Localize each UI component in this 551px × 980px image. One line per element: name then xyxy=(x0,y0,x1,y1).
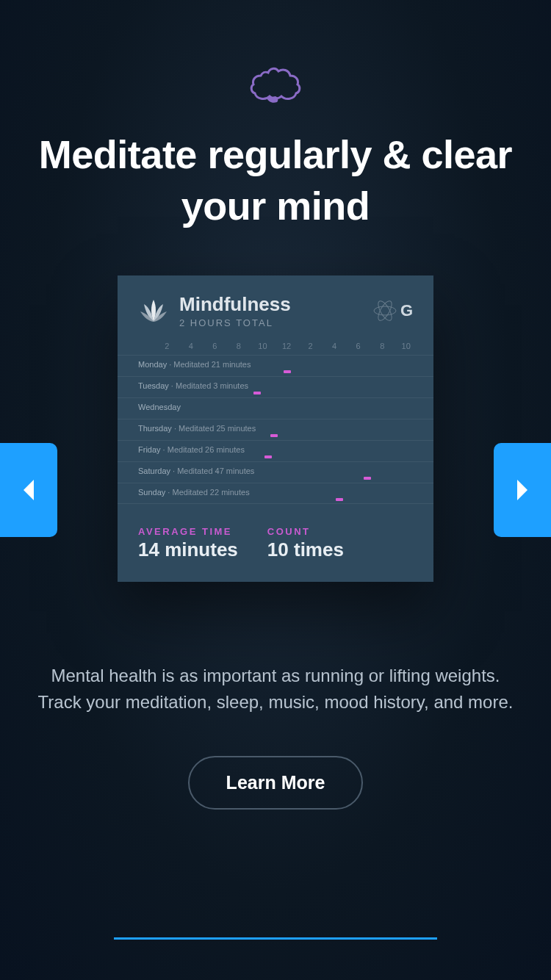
progress-bar xyxy=(114,937,437,940)
time-tick: 8 xyxy=(232,342,246,350)
card-title: Mindfulness xyxy=(179,293,291,316)
row-mark xyxy=(253,392,261,394)
row-label: Monday · Meditated 21 minutes xyxy=(138,360,413,369)
brain-icon xyxy=(246,62,305,107)
stat-count: COUNT 10 times xyxy=(267,526,344,561)
svg-point-0 xyxy=(374,306,396,315)
stat-avg-label: AVERAGE TIME xyxy=(138,526,238,537)
learn-more-button[interactable]: Learn More xyxy=(188,756,364,810)
lotus-icon xyxy=(138,295,169,326)
time-tick: 4 xyxy=(328,342,342,350)
stat-count-value: 10 times xyxy=(267,538,344,561)
row-mark xyxy=(270,434,278,437)
description-text: Mental health is as important as running… xyxy=(0,663,551,716)
time-tick: 10 xyxy=(256,342,270,350)
row-mark xyxy=(264,455,272,458)
meditation-row: Tuesday · Meditated 3 minutes xyxy=(118,376,433,397)
time-tick: 2 xyxy=(160,342,174,350)
row-label: Thursday · Meditated 25 minutes xyxy=(138,424,413,433)
stat-average: AVERAGE TIME 14 minutes xyxy=(138,526,238,561)
meditation-rows: Monday · Meditated 21 minutesTuesday · M… xyxy=(118,355,433,504)
time-tick: 8 xyxy=(375,342,389,350)
prev-button[interactable] xyxy=(0,443,57,537)
time-tick: 12 xyxy=(280,342,294,350)
row-label: Friday · Meditated 26 minutes xyxy=(138,445,413,454)
time-tick: 10 xyxy=(399,342,413,350)
time-axis: 24681012246810 xyxy=(118,342,433,355)
page-headline: Meditate regularly & clear your mind xyxy=(0,129,551,231)
row-label: Wednesday xyxy=(138,403,413,411)
mindfulness-card: Mindfulness 2 HOURS TOTAL G 246810122468… xyxy=(118,275,433,582)
next-button[interactable] xyxy=(494,443,551,537)
time-tick: 6 xyxy=(208,342,222,350)
card-subtitle: 2 HOURS TOTAL xyxy=(179,317,291,328)
row-mark xyxy=(336,498,343,501)
time-tick: 6 xyxy=(351,342,365,350)
row-label: Tuesday · Meditated 3 minutes xyxy=(138,381,413,390)
chevron-right-icon xyxy=(511,477,533,503)
chevron-left-icon xyxy=(18,477,40,503)
row-label: Sunday · Meditated 22 minutes xyxy=(138,488,413,497)
atom-icon xyxy=(372,298,397,323)
meditation-row: Wednesday xyxy=(118,397,433,419)
meditation-row: Sunday · Meditated 22 minutes xyxy=(118,483,433,504)
meditation-row: Monday · Meditated 21 minutes xyxy=(118,355,433,376)
row-label: Saturday · Meditated 47 minutes xyxy=(138,466,413,475)
row-mark xyxy=(284,370,291,373)
stat-avg-value: 14 minutes xyxy=(138,538,238,561)
progress-fill xyxy=(114,937,437,940)
badge: G xyxy=(372,298,413,323)
badge-letter: G xyxy=(400,301,413,320)
meditation-row: Friday · Meditated 26 minutes xyxy=(118,440,433,461)
meditation-row: Saturday · Meditated 47 minutes xyxy=(118,461,433,483)
meditation-row: Thursday · Meditated 25 minutes xyxy=(118,419,433,440)
stat-count-label: COUNT xyxy=(267,526,344,537)
time-tick: 4 xyxy=(184,342,198,350)
row-mark xyxy=(364,477,371,480)
time-tick: 2 xyxy=(303,342,317,350)
